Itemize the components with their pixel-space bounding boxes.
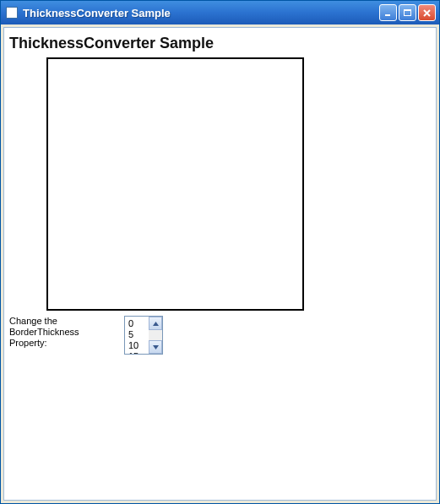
window-title: ThicknessConverter Sample <box>23 7 374 19</box>
list-item[interactable]: 15 <box>128 351 145 354</box>
client-area: ThicknessConverter Sample Change the Bor… <box>3 27 437 501</box>
border-preview-container <box>46 57 431 311</box>
list-item[interactable]: 0 <box>128 318 145 329</box>
app-icon <box>6 7 18 19</box>
controls-row: Change the BorderThickness Property: 0 5… <box>9 316 431 355</box>
scroll-track[interactable] <box>149 330 162 340</box>
app-window: ThicknessConverter Sample ThicknessConve… <box>0 0 440 504</box>
maximize-button[interactable] <box>399 4 416 21</box>
listbox-scrollbar[interactable] <box>149 317 162 354</box>
list-item[interactable]: 10 <box>128 340 145 351</box>
list-item[interactable]: 5 <box>128 329 145 340</box>
titlebar[interactable]: ThicknessConverter Sample <box>1 1 439 24</box>
page-title: ThicknessConverter Sample <box>9 35 431 52</box>
scroll-up-button[interactable] <box>149 317 162 330</box>
window-controls <box>379 4 436 21</box>
scroll-down-button[interactable] <box>149 340 162 354</box>
svg-rect-0 <box>385 14 390 16</box>
close-button[interactable] <box>418 4 436 21</box>
listbox-items[interactable]: 0 5 10 15 <box>125 317 149 354</box>
minimize-button[interactable] <box>379 4 397 21</box>
thickness-listbox[interactable]: 0 5 10 15 <box>124 316 163 355</box>
border-preview <box>46 57 304 311</box>
svg-rect-2 <box>404 9 411 11</box>
thickness-label: Change the BorderThickness Property: <box>9 316 89 349</box>
